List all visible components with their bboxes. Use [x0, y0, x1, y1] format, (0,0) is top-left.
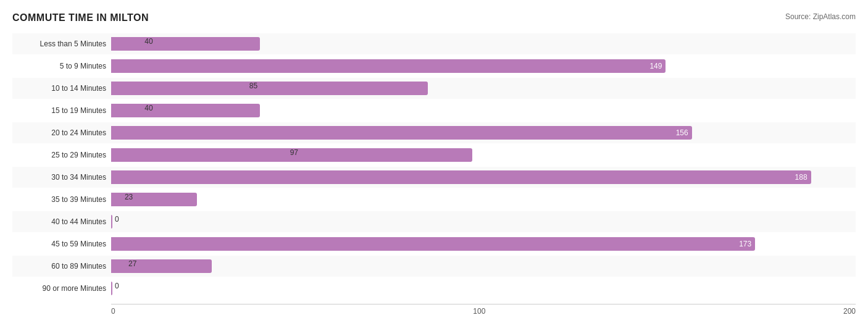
bar-row: 40 to 44 Minutes0	[12, 211, 856, 232]
bar-container: 97	[111, 148, 856, 162]
bar-label: 25 to 29 Minutes	[12, 151, 111, 159]
chart-title: COMMUTE TIME IN MILTON	[12, 12, 149, 23]
bar-row: 60 to 89 Minutes27	[12, 256, 856, 277]
bar-value: 0	[115, 282, 119, 290]
bar-value: 85	[249, 82, 257, 90]
bar-value: 156	[676, 128, 688, 137]
bar-value: 0	[115, 215, 119, 224]
bar-row: 10 to 14 Minutes85	[12, 78, 856, 99]
bar-fill: 40	[111, 104, 260, 117]
bar-fill: 156	[111, 126, 692, 140]
bar-fill: 40	[111, 37, 260, 51]
bar-value: 173	[739, 240, 751, 248]
bar-row: 35 to 39 Minutes23	[12, 189, 856, 210]
bar-value: 97	[290, 148, 298, 157]
bar-row: 20 to 24 Minutes156	[12, 122, 856, 143]
bar-value: 149	[649, 62, 662, 70]
bar-row: 30 to 34 Minutes188	[12, 167, 856, 188]
bar-container: 0	[111, 215, 856, 229]
bar-label: 35 to 39 Minutes	[12, 195, 111, 204]
bar-label: 5 to 9 Minutes	[12, 62, 111, 70]
bar-value: 23	[125, 193, 133, 201]
bar-container: 23	[111, 193, 856, 206]
bar-container: 40	[111, 104, 856, 117]
bar-label: 10 to 14 Minutes	[12, 84, 111, 93]
bar-container: 156	[111, 126, 856, 140]
bar-fill: 85	[111, 82, 428, 95]
bar-fill: 0	[111, 215, 112, 229]
x-axis-inner: 0100200	[111, 304, 856, 316]
bar-container: 40	[111, 37, 856, 51]
bar-row: 25 to 29 Minutes97	[12, 145, 856, 166]
x-axis: 0100200	[12, 304, 856, 316]
bar-fill: 0	[111, 282, 112, 295]
bar-label: Less than 5 Minutes	[12, 40, 111, 48]
bar-value: 27	[128, 259, 136, 268]
bar-fill: 27	[111, 259, 212, 273]
bar-value: 40	[144, 37, 152, 46]
x-axis-tick: 0	[111, 307, 115, 316]
chart-source: Source: ZipAtlas.com	[785, 12, 856, 21]
bar-value: 188	[795, 173, 807, 182]
bar-row: 90 or more Minutes0	[12, 278, 856, 299]
bar-fill: 149	[111, 59, 666, 73]
x-axis-tick: 200	[843, 307, 856, 316]
bar-fill: 97	[111, 148, 472, 162]
bar-container: 85	[111, 82, 856, 95]
bar-fill: 23	[111, 193, 197, 206]
bar-row: Less than 5 Minutes40	[12, 33, 856, 54]
chart-area: Less than 5 Minutes405 to 9 Minutes14910…	[12, 33, 856, 299]
bar-container: 27	[111, 259, 856, 273]
bar-container: 0	[111, 282, 856, 295]
bar-container: 188	[111, 170, 856, 184]
bar-label: 15 to 19 Minutes	[12, 106, 111, 115]
x-axis-tick: 100	[473, 307, 485, 316]
bar-container: 173	[111, 237, 856, 251]
bar-row: 45 to 59 Minutes173	[12, 233, 856, 254]
bar-label: 30 to 34 Minutes	[12, 173, 111, 182]
bar-row: 15 to 19 Minutes40	[12, 100, 856, 121]
bar-fill: 188	[111, 170, 811, 184]
bar-label: 90 or more Minutes	[12, 284, 111, 293]
bar-label: 45 to 59 Minutes	[12, 240, 111, 248]
bar-label: 60 to 89 Minutes	[12, 262, 111, 271]
bar-container: 149	[111, 59, 856, 73]
bar-label: 20 to 24 Minutes	[12, 128, 111, 137]
bar-row: 5 to 9 Minutes149	[12, 56, 856, 77]
bar-label: 40 to 44 Minutes	[12, 217, 111, 226]
bar-value: 40	[144, 104, 152, 112]
chart-header: COMMUTE TIME IN MILTON Source: ZipAtlas.…	[12, 12, 856, 23]
bar-fill: 173	[111, 237, 755, 251]
